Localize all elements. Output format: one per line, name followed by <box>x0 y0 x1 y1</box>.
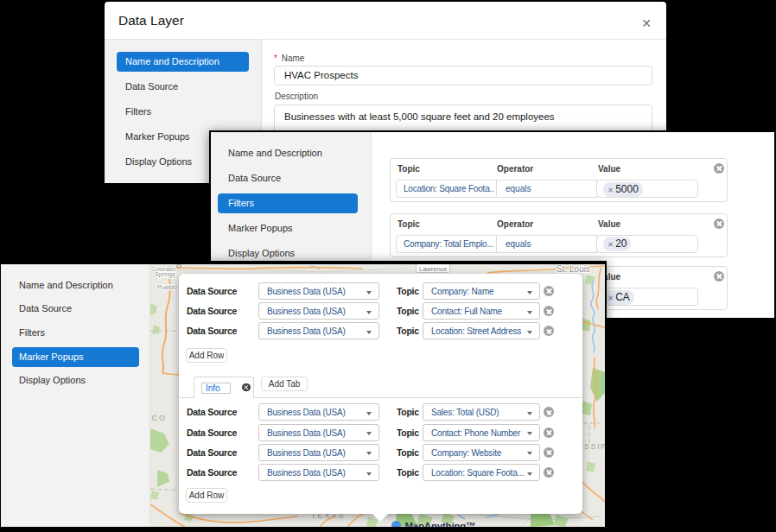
svg-text:Springs: Springs <box>155 271 175 278</box>
svg-text:CO: CO <box>152 414 168 422</box>
svg-text:Pueblo: Pueblo <box>157 282 177 290</box>
svg-text:ISSIP: ISSIP <box>581 442 605 451</box>
svg-text:Lawrence: Lawrence <box>419 264 448 272</box>
svg-text:St. Louis: St. Louis <box>557 264 590 274</box>
